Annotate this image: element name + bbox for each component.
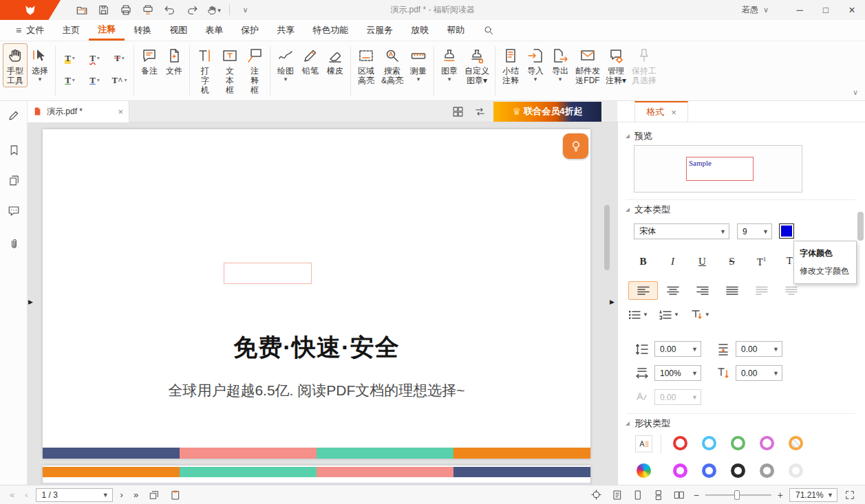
- line-spacing-select[interactable]: 0.00 ▼: [654, 341, 701, 357]
- font-color-swatch[interactable]: [779, 223, 794, 239]
- summarize-comments-button[interactable]: 小结 注释: [498, 43, 523, 87]
- zoom-level-select[interactable]: 71.21% ▼: [789, 488, 837, 502]
- italic-button[interactable]: I: [658, 252, 687, 271]
- drawing-button[interactable]: 绘图 ▾: [273, 43, 298, 85]
- word-spacing-select[interactable]: 0.00 ▼: [654, 389, 701, 405]
- last-page-button[interactable]: »: [131, 490, 141, 500]
- zoom-out-button[interactable]: −: [692, 490, 701, 501]
- preview-section-header[interactable]: 预览: [626, 130, 652, 142]
- page-thumbnails-button[interactable]: [6, 173, 21, 188]
- paragraph-spacing-select[interactable]: 0.00 ▼: [736, 341, 782, 357]
- highlight-text-button[interactable]: T▾: [58, 48, 81, 68]
- note-button[interactable]: 备注: [137, 43, 162, 78]
- collapse-ribbon-button[interactable]: ∨: [853, 88, 858, 97]
- bookmarks-panel-button[interactable]: [6, 142, 21, 157]
- close-button[interactable]: ×: [839, 0, 865, 20]
- tab-form[interactable]: 表单: [196, 20, 232, 41]
- shape-color-green[interactable]: [731, 436, 745, 450]
- measure-button[interactable]: 测量 ▾: [406, 43, 431, 85]
- tab-grid-view-button[interactable]: [449, 103, 466, 120]
- tab-file[interactable]: ≡ 文件: [7, 20, 53, 41]
- ribbon-search-button[interactable]: [483, 20, 494, 41]
- quick-print-button[interactable]: [138, 2, 158, 18]
- format-panel-tab[interactable]: 格式 ×: [634, 101, 688, 122]
- numbered-list-button[interactable]: ▼: [659, 309, 679, 320]
- print-button[interactable]: [116, 2, 136, 18]
- tab-comment[interactable]: 注释: [89, 20, 125, 41]
- justify-all-button[interactable]: [776, 281, 806, 300]
- shape-color-magenta[interactable]: [673, 463, 687, 478]
- zoom-slider-thumb[interactable]: [734, 490, 740, 500]
- customize-toolbar-button[interactable]: ∨: [235, 2, 255, 18]
- minimize-button[interactable]: ─: [787, 0, 813, 20]
- maximize-button[interactable]: □: [813, 0, 839, 20]
- page-number-select[interactable]: 1 / 3 ▼: [36, 488, 113, 502]
- panel-collapse-handle[interactable]: ▶: [610, 298, 615, 305]
- text-type-section-header[interactable]: 文本类型: [626, 204, 670, 216]
- tab-protect[interactable]: 保护: [232, 20, 268, 41]
- actual-size-button[interactable]: [609, 488, 626, 502]
- tip-lightbulb-button[interactable]: [563, 133, 588, 159]
- document-scrollbar[interactable]: [604, 205, 610, 270]
- shape-color-red[interactable]: [673, 436, 687, 450]
- hand-tool-button[interactable]: 手型 工具: [3, 43, 28, 87]
- switch-tabs-button[interactable]: [471, 103, 488, 120]
- account-menu[interactable]: 若愚 ∨: [742, 4, 769, 16]
- replace-text-button[interactable]: T▾: [83, 70, 106, 90]
- open-file-button[interactable]: [72, 2, 92, 18]
- file-attachment-button[interactable]: 文件: [162, 43, 186, 78]
- shape-type-section-header[interactable]: 形状类型: [626, 417, 670, 430]
- distribute-button[interactable]: [747, 281, 776, 300]
- shape-color-white[interactable]: [789, 463, 803, 478]
- tab-view[interactable]: 视图: [160, 20, 196, 41]
- justify-button[interactable]: [717, 281, 747, 300]
- tab-help[interactable]: 帮助: [438, 20, 473, 41]
- stamp-button[interactable]: 图章 ▾: [437, 43, 462, 85]
- fullscreen-button[interactable]: [842, 488, 858, 502]
- pencil-button[interactable]: 铅笔: [298, 43, 323, 78]
- hand-tool-quick-button[interactable]: ▾: [204, 2, 224, 18]
- search-highlight-button[interactable]: 搜索 &高亮: [378, 43, 406, 87]
- document-tab[interactable]: 演示.pdf * ×: [28, 101, 129, 122]
- text-direction-button[interactable]: ▼: [690, 309, 710, 320]
- underline-button[interactable]: U: [687, 252, 717, 271]
- comments-panel-button[interactable]: [6, 204, 21, 219]
- first-page-button[interactable]: «: [7, 490, 17, 500]
- document-canvas[interactable]: 免费·快速·安全 全球用户超越6.5亿. 阅读PDF文档的理想选择~: [28, 122, 617, 485]
- keep-tool-selected-button[interactable]: 保持工 具选择: [629, 43, 659, 87]
- tab-features[interactable]: 特色功能: [303, 20, 357, 41]
- eraser-button[interactable]: 橡皮: [323, 43, 348, 78]
- shape-color-gray[interactable]: [760, 463, 774, 478]
- strikethrough-button[interactable]: S: [717, 252, 747, 271]
- reading-mode-button[interactable]: [588, 488, 605, 502]
- underline-text-button[interactable]: T▾: [58, 70, 81, 90]
- strikeout-text-button[interactable]: T▾: [108, 48, 131, 68]
- shape-color-blue[interactable]: [702, 463, 716, 478]
- select-tool-button[interactable]: 选择 ▾: [28, 43, 52, 85]
- zoom-in-button[interactable]: +: [776, 490, 785, 501]
- panel-scrollbar[interactable]: [857, 212, 864, 241]
- custom-stamp-button[interactable]: 自定义 图章▾: [462, 43, 492, 87]
- clipboard-button[interactable]: [167, 488, 184, 502]
- sidebar-expand-handle[interactable]: ▶: [28, 298, 33, 305]
- shape-color-picker[interactable]: [637, 463, 651, 478]
- pdf-page-1[interactable]: 免费·快速·安全 全球用户超越6.5亿. 阅读PDF文档的理想选择~: [43, 129, 590, 459]
- callout-button[interactable]: 注 释 框: [242, 43, 267, 97]
- import-comments-button[interactable]: 导入 ▾: [523, 43, 548, 85]
- redo-button[interactable]: [182, 2, 202, 18]
- facing-view-button[interactable]: [671, 488, 687, 502]
- horizontal-scale-select[interactable]: 100% ▼: [654, 365, 701, 381]
- bold-button[interactable]: B: [628, 252, 658, 271]
- font-size-select[interactable]: 9 ▼: [737, 223, 772, 239]
- empty-textbox-annotation[interactable]: [224, 263, 312, 284]
- align-right-button[interactable]: [687, 281, 717, 300]
- area-highlight-button[interactable]: 区域 高亮: [354, 43, 378, 87]
- close-panel-icon[interactable]: ×: [671, 108, 676, 117]
- tab-share[interactable]: 共享: [268, 20, 303, 41]
- tab-cloud[interactable]: 云服务: [357, 20, 402, 41]
- pdf-page-2[interactable]: [43, 465, 590, 485]
- email-fdf-button[interactable]: 邮件发 送FDF: [573, 43, 603, 87]
- undo-button[interactable]: [160, 2, 180, 18]
- text-shape-button[interactable]: [635, 435, 652, 452]
- character-spacing-select[interactable]: 0.00 ▼: [736, 365, 782, 381]
